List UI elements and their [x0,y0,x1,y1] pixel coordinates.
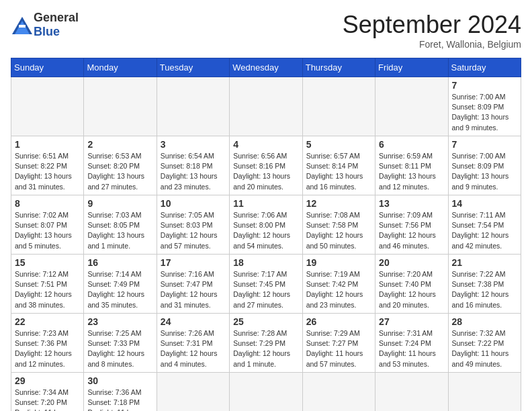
day-number: 3 [161,139,226,150]
empty-cell [448,373,521,412]
day-number: 1 [15,139,80,150]
svg-rect-2 [19,25,26,28]
calendar-table: SundayMondayTuesdayWednesdayThursdayFrid… [11,58,521,411]
day-info: Sunrise: 7:00 AMSunset: 8:09 PMDaylight:… [452,92,517,133]
empty-cell [157,77,229,136]
empty-cell [157,373,229,412]
day-cell-29: 29Sunrise: 7:34 AMSunset: 7:20 PMDayligh… [11,373,84,412]
day-cell-30: 30Sunrise: 7:36 AMSunset: 7:18 PMDayligh… [84,373,157,412]
empty-cell [302,373,375,412]
day-info: Sunrise: 7:17 AMSunset: 7:45 PMDaylight:… [233,269,298,310]
day-number: 6 [379,139,444,150]
day-number: 24 [161,316,226,327]
day-cell-12: 12Sunrise: 7:08 AMSunset: 7:58 PMDayligh… [302,195,375,255]
day-cell-7: 7Sunrise: 7:00 AMSunset: 8:09 PMDaylight… [448,136,521,195]
day-cell-8: 8Sunrise: 7:02 AMSunset: 8:07 PMDaylight… [11,195,84,255]
day-number: 10 [161,198,226,209]
day-info: Sunrise: 6:56 AMSunset: 8:16 PMDaylight:… [233,151,298,192]
day-number: 18 [233,257,298,268]
calendar-body: 7Sunrise: 7:00 AMSunset: 8:09 PMDaylight… [11,77,521,412]
day-info: Sunrise: 7:31 AMSunset: 7:24 PMDaylight:… [379,328,444,369]
day-cell-27: 27Sunrise: 7:31 AMSunset: 7:24 PMDayligh… [375,314,448,373]
day-info: Sunrise: 7:19 AMSunset: 7:42 PMDaylight:… [306,269,371,310]
day-number: 28 [452,316,517,327]
header-row: SundayMondayTuesdayWednesdayThursdayFrid… [11,58,521,77]
day-cell-7: 7Sunrise: 7:00 AMSunset: 8:09 PMDaylight… [448,77,521,136]
title-block: September 2024 Foret, Wallonia, Belgium [343,11,521,50]
day-info: Sunrise: 6:54 AMSunset: 8:18 PMDaylight:… [161,151,226,192]
col-header-tuesday: Tuesday [157,58,229,77]
day-cell-22: 22Sunrise: 7:23 AMSunset: 7:36 PMDayligh… [11,314,84,373]
day-cell-20: 20Sunrise: 7:20 AMSunset: 7:40 PMDayligh… [375,255,448,314]
day-number: 11 [233,198,298,209]
day-number: 26 [306,316,371,327]
day-number: 14 [452,198,517,209]
day-cell-28: 28Sunrise: 7:32 AMSunset: 7:22 PMDayligh… [448,314,521,373]
col-header-friday: Friday [375,58,448,77]
day-number: 9 [87,198,152,209]
col-header-saturday: Saturday [448,58,521,77]
day-cell-15: 15Sunrise: 7:12 AMSunset: 7:51 PMDayligh… [11,255,84,314]
day-info: Sunrise: 7:02 AMSunset: 8:07 PMDaylight:… [15,210,80,251]
day-info: Sunrise: 7:16 AMSunset: 7:47 PMDaylight:… [161,269,226,310]
day-info: Sunrise: 6:53 AMSunset: 8:20 PMDaylight:… [87,151,152,192]
calendar-week-2: 1Sunrise: 6:51 AMSunset: 8:22 PMDaylight… [11,136,521,195]
empty-cell [11,77,84,136]
day-info: Sunrise: 7:29 AMSunset: 7:27 PMDaylight:… [306,328,371,369]
day-number: 4 [233,139,298,150]
day-cell-24: 24Sunrise: 7:26 AMSunset: 7:31 PMDayligh… [157,314,229,373]
empty-cell [230,77,302,136]
day-cell-25: 25Sunrise: 7:28 AMSunset: 7:29 PMDayligh… [230,314,302,373]
day-number: 22 [15,316,80,327]
day-cell-17: 17Sunrise: 7:16 AMSunset: 7:47 PMDayligh… [157,255,229,314]
col-header-sunday: Sunday [11,58,84,77]
day-number: 20 [379,257,444,268]
empty-cell [302,77,375,136]
day-info: Sunrise: 7:11 AMSunset: 7:54 PMDaylight:… [452,210,517,251]
calendar-week-6: 29Sunrise: 7:34 AMSunset: 7:20 PMDayligh… [11,373,521,412]
day-number: 7 [452,139,517,150]
day-number: 2 [87,139,152,150]
day-info: Sunrise: 7:14 AMSunset: 7:49 PMDaylight:… [87,269,152,310]
empty-cell [84,77,157,136]
empty-cell [230,373,302,412]
empty-cell [375,373,448,412]
logo-icon [11,15,32,34]
day-info: Sunrise: 7:05 AMSunset: 8:03 PMDaylight:… [161,210,226,251]
day-info: Sunrise: 7:26 AMSunset: 7:31 PMDaylight:… [161,328,226,369]
day-cell-5: 5Sunrise: 6:57 AMSunset: 8:14 PMDaylight… [302,136,375,195]
day-info: Sunrise: 7:20 AMSunset: 7:40 PMDaylight:… [379,269,444,310]
page-header: General Blue September 2024 Foret, Wallo… [11,11,521,50]
month-title: September 2024 [343,11,521,39]
day-cell-16: 16Sunrise: 7:14 AMSunset: 7:49 PMDayligh… [84,255,157,314]
calendar-week-5: 22Sunrise: 7:23 AMSunset: 7:36 PMDayligh… [11,314,521,373]
day-number: 15 [15,257,80,268]
day-number: 13 [379,198,444,209]
day-number: 25 [233,316,298,327]
col-header-wednesday: Wednesday [230,58,302,77]
day-number: 12 [306,198,371,209]
day-number: 7 [452,80,517,91]
day-cell-4: 4Sunrise: 6:56 AMSunset: 8:16 PMDaylight… [230,136,302,195]
day-cell-13: 13Sunrise: 7:09 AMSunset: 7:56 PMDayligh… [375,195,448,255]
day-cell-19: 19Sunrise: 7:19 AMSunset: 7:42 PMDayligh… [302,255,375,314]
day-number: 16 [87,257,152,268]
day-info: Sunrise: 7:23 AMSunset: 7:36 PMDaylight:… [15,328,80,369]
location: Foret, Wallonia, Belgium [343,39,521,50]
calendar-week-1: 7Sunrise: 7:00 AMSunset: 8:09 PMDaylight… [11,77,521,136]
day-number: 8 [15,198,80,209]
day-cell-11: 11Sunrise: 7:06 AMSunset: 8:00 PMDayligh… [230,195,302,255]
calendar-week-4: 15Sunrise: 7:12 AMSunset: 7:51 PMDayligh… [11,255,521,314]
day-info: Sunrise: 7:06 AMSunset: 8:00 PMDaylight:… [233,210,298,251]
col-header-monday: Monday [84,58,157,77]
day-cell-3: 3Sunrise: 6:54 AMSunset: 8:18 PMDaylight… [157,136,229,195]
col-header-thursday: Thursday [302,58,375,77]
day-cell-1: 1Sunrise: 6:51 AMSunset: 8:22 PMDaylight… [11,136,84,195]
day-cell-26: 26Sunrise: 7:29 AMSunset: 7:27 PMDayligh… [302,314,375,373]
day-cell-18: 18Sunrise: 7:17 AMSunset: 7:45 PMDayligh… [230,255,302,314]
day-info: Sunrise: 7:03 AMSunset: 8:05 PMDaylight:… [87,210,152,251]
day-cell-10: 10Sunrise: 7:05 AMSunset: 8:03 PMDayligh… [157,195,229,255]
day-number: 27 [379,316,444,327]
day-cell-23: 23Sunrise: 7:25 AMSunset: 7:33 PMDayligh… [84,314,157,373]
calendar-week-3: 8Sunrise: 7:02 AMSunset: 8:07 PMDaylight… [11,195,521,255]
